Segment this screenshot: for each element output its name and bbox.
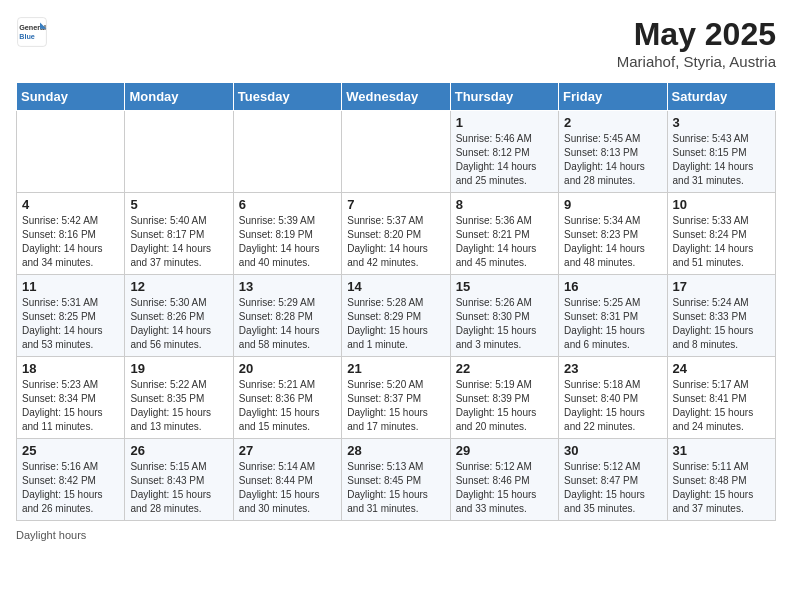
calendar-day-header: Monday (125, 83, 233, 111)
day-info: Sunrise: 5:13 AM Sunset: 8:45 PM Dayligh… (347, 460, 444, 516)
calendar-cell: 6Sunrise: 5:39 AM Sunset: 8:19 PM Daylig… (233, 193, 341, 275)
calendar-week-row: 18Sunrise: 5:23 AM Sunset: 8:34 PM Dayli… (17, 357, 776, 439)
day-info: Sunrise: 5:43 AM Sunset: 8:15 PM Dayligh… (673, 132, 770, 188)
calendar-cell: 9Sunrise: 5:34 AM Sunset: 8:23 PM Daylig… (559, 193, 667, 275)
calendar-day-header: Thursday (450, 83, 558, 111)
calendar-cell: 31Sunrise: 5:11 AM Sunset: 8:48 PM Dayli… (667, 439, 775, 521)
calendar-cell (125, 111, 233, 193)
day-info: Sunrise: 5:22 AM Sunset: 8:35 PM Dayligh… (130, 378, 227, 434)
calendar-cell: 21Sunrise: 5:20 AM Sunset: 8:37 PM Dayli… (342, 357, 450, 439)
calendar-cell: 24Sunrise: 5:17 AM Sunset: 8:41 PM Dayli… (667, 357, 775, 439)
day-number: 5 (130, 197, 227, 212)
day-number: 14 (347, 279, 444, 294)
day-info: Sunrise: 5:12 AM Sunset: 8:47 PM Dayligh… (564, 460, 661, 516)
day-number: 7 (347, 197, 444, 212)
day-number: 21 (347, 361, 444, 376)
calendar-week-row: 1Sunrise: 5:46 AM Sunset: 8:12 PM Daylig… (17, 111, 776, 193)
day-number: 23 (564, 361, 661, 376)
logo-icon: General Blue (16, 16, 48, 48)
calendar-cell: 26Sunrise: 5:15 AM Sunset: 8:43 PM Dayli… (125, 439, 233, 521)
calendar-day-header: Wednesday (342, 83, 450, 111)
day-number: 30 (564, 443, 661, 458)
day-info: Sunrise: 5:33 AM Sunset: 8:24 PM Dayligh… (673, 214, 770, 270)
day-number: 9 (564, 197, 661, 212)
calendar-cell: 29Sunrise: 5:12 AM Sunset: 8:46 PM Dayli… (450, 439, 558, 521)
calendar-cell (233, 111, 341, 193)
calendar-cell: 7Sunrise: 5:37 AM Sunset: 8:20 PM Daylig… (342, 193, 450, 275)
day-info: Sunrise: 5:23 AM Sunset: 8:34 PM Dayligh… (22, 378, 119, 434)
calendar-day-header: Friday (559, 83, 667, 111)
calendar-cell: 2Sunrise: 5:45 AM Sunset: 8:13 PM Daylig… (559, 111, 667, 193)
calendar-cell: 8Sunrise: 5:36 AM Sunset: 8:21 PM Daylig… (450, 193, 558, 275)
day-info: Sunrise: 5:31 AM Sunset: 8:25 PM Dayligh… (22, 296, 119, 352)
calendar-table: SundayMondayTuesdayWednesdayThursdayFrid… (16, 82, 776, 521)
day-info: Sunrise: 5:12 AM Sunset: 8:46 PM Dayligh… (456, 460, 553, 516)
day-number: 24 (673, 361, 770, 376)
calendar-cell: 20Sunrise: 5:21 AM Sunset: 8:36 PM Dayli… (233, 357, 341, 439)
calendar-week-row: 11Sunrise: 5:31 AM Sunset: 8:25 PM Dayli… (17, 275, 776, 357)
day-number: 12 (130, 279, 227, 294)
day-info: Sunrise: 5:21 AM Sunset: 8:36 PM Dayligh… (239, 378, 336, 434)
logo: General Blue (16, 16, 48, 48)
calendar-cell: 19Sunrise: 5:22 AM Sunset: 8:35 PM Dayli… (125, 357, 233, 439)
day-number: 27 (239, 443, 336, 458)
calendar-cell: 14Sunrise: 5:28 AM Sunset: 8:29 PM Dayli… (342, 275, 450, 357)
day-info: Sunrise: 5:42 AM Sunset: 8:16 PM Dayligh… (22, 214, 119, 270)
day-info: Sunrise: 5:24 AM Sunset: 8:33 PM Dayligh… (673, 296, 770, 352)
day-info: Sunrise: 5:20 AM Sunset: 8:37 PM Dayligh… (347, 378, 444, 434)
day-number: 1 (456, 115, 553, 130)
page-subtitle: Mariahof, Styria, Austria (617, 53, 776, 70)
day-info: Sunrise: 5:15 AM Sunset: 8:43 PM Dayligh… (130, 460, 227, 516)
day-number: 3 (673, 115, 770, 130)
day-number: 22 (456, 361, 553, 376)
day-info: Sunrise: 5:11 AM Sunset: 8:48 PM Dayligh… (673, 460, 770, 516)
calendar-cell (342, 111, 450, 193)
calendar-cell: 1Sunrise: 5:46 AM Sunset: 8:12 PM Daylig… (450, 111, 558, 193)
day-number: 10 (673, 197, 770, 212)
calendar-cell: 18Sunrise: 5:23 AM Sunset: 8:34 PM Dayli… (17, 357, 125, 439)
calendar-footer: Daylight hours (16, 529, 776, 541)
day-number: 15 (456, 279, 553, 294)
day-info: Sunrise: 5:30 AM Sunset: 8:26 PM Dayligh… (130, 296, 227, 352)
calendar-cell: 4Sunrise: 5:42 AM Sunset: 8:16 PM Daylig… (17, 193, 125, 275)
day-number: 31 (673, 443, 770, 458)
day-number: 29 (456, 443, 553, 458)
day-number: 13 (239, 279, 336, 294)
calendar-cell: 25Sunrise: 5:16 AM Sunset: 8:42 PM Dayli… (17, 439, 125, 521)
day-number: 17 (673, 279, 770, 294)
day-number: 26 (130, 443, 227, 458)
calendar-cell: 17Sunrise: 5:24 AM Sunset: 8:33 PM Dayli… (667, 275, 775, 357)
day-number: 11 (22, 279, 119, 294)
day-number: 18 (22, 361, 119, 376)
calendar-cell: 23Sunrise: 5:18 AM Sunset: 8:40 PM Dayli… (559, 357, 667, 439)
day-info: Sunrise: 5:26 AM Sunset: 8:30 PM Dayligh… (456, 296, 553, 352)
day-info: Sunrise: 5:18 AM Sunset: 8:40 PM Dayligh… (564, 378, 661, 434)
calendar-cell: 12Sunrise: 5:30 AM Sunset: 8:26 PM Dayli… (125, 275, 233, 357)
calendar-day-header: Saturday (667, 83, 775, 111)
day-number: 16 (564, 279, 661, 294)
day-number: 25 (22, 443, 119, 458)
calendar-cell: 27Sunrise: 5:14 AM Sunset: 8:44 PM Dayli… (233, 439, 341, 521)
day-number: 6 (239, 197, 336, 212)
day-info: Sunrise: 5:29 AM Sunset: 8:28 PM Dayligh… (239, 296, 336, 352)
day-info: Sunrise: 5:36 AM Sunset: 8:21 PM Dayligh… (456, 214, 553, 270)
page-title: May 2025 (617, 16, 776, 53)
svg-text:Blue: Blue (19, 32, 35, 41)
day-info: Sunrise: 5:34 AM Sunset: 8:23 PM Dayligh… (564, 214, 661, 270)
calendar-cell: 16Sunrise: 5:25 AM Sunset: 8:31 PM Dayli… (559, 275, 667, 357)
day-number: 20 (239, 361, 336, 376)
day-info: Sunrise: 5:46 AM Sunset: 8:12 PM Dayligh… (456, 132, 553, 188)
calendar-day-header: Tuesday (233, 83, 341, 111)
calendar-cell: 5Sunrise: 5:40 AM Sunset: 8:17 PM Daylig… (125, 193, 233, 275)
calendar-cell: 30Sunrise: 5:12 AM Sunset: 8:47 PM Dayli… (559, 439, 667, 521)
day-info: Sunrise: 5:17 AM Sunset: 8:41 PM Dayligh… (673, 378, 770, 434)
day-number: 4 (22, 197, 119, 212)
calendar-cell: 15Sunrise: 5:26 AM Sunset: 8:30 PM Dayli… (450, 275, 558, 357)
day-number: 28 (347, 443, 444, 458)
day-info: Sunrise: 5:39 AM Sunset: 8:19 PM Dayligh… (239, 214, 336, 270)
day-info: Sunrise: 5:19 AM Sunset: 8:39 PM Dayligh… (456, 378, 553, 434)
day-info: Sunrise: 5:40 AM Sunset: 8:17 PM Dayligh… (130, 214, 227, 270)
calendar-day-header: Sunday (17, 83, 125, 111)
calendar-cell: 13Sunrise: 5:29 AM Sunset: 8:28 PM Dayli… (233, 275, 341, 357)
daylight-label: Daylight hours (16, 529, 86, 541)
